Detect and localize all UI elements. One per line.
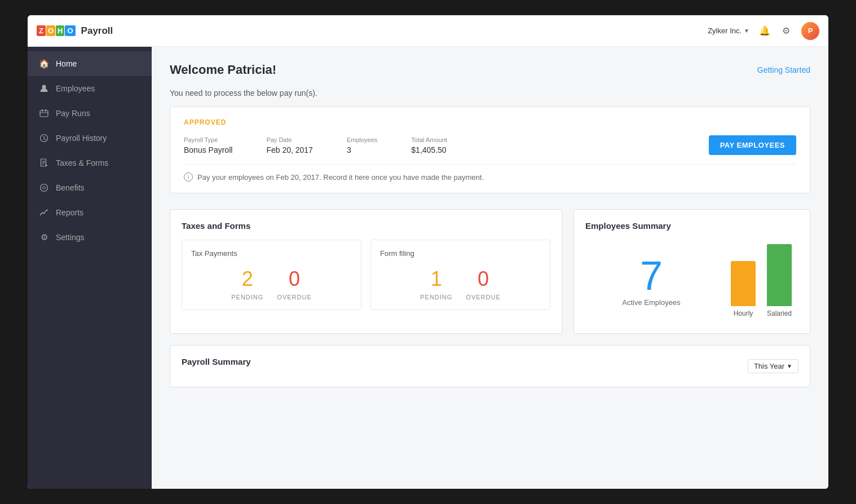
tax-overdue-number: 0 xyxy=(277,269,311,289)
tax-payments-section: Tax Payments 2 PENDING 0 OVERDUE xyxy=(182,240,361,310)
total-amount-value: $1,405.50 xyxy=(411,145,447,154)
sidebar-item-home[interactable]: 🏠 Home xyxy=(28,51,152,76)
form-filing-title: Form filing xyxy=(380,249,541,258)
sidebar-item-payruns[interactable]: Pay Runs xyxy=(28,101,152,126)
tax-pending-stat: 2 PENDING xyxy=(231,269,263,300)
year-selector[interactable]: This Year ▼ xyxy=(748,359,798,373)
settings-icon: ⚙ xyxy=(39,232,49,242)
chevron-down-icon: ▼ xyxy=(744,28,749,34)
approved-badge: APPROVED xyxy=(184,118,796,126)
form-overdue-label: OVERDUE xyxy=(466,294,500,300)
employees-icon xyxy=(39,83,49,94)
sidebar-item-employees[interactable]: Employees xyxy=(28,76,152,101)
employees-value: 3 xyxy=(347,145,377,154)
logo-area: Z O H O Payroll xyxy=(37,25,161,37)
reports-icon xyxy=(39,207,49,218)
sidebar-label-benefits: Benefits xyxy=(56,183,85,192)
sidebar-item-payroll-history[interactable]: Payroll History xyxy=(28,126,152,151)
employees-field: Employees 3 xyxy=(347,136,377,154)
chevron-down-icon: ▼ xyxy=(787,363,792,369)
payruns-icon xyxy=(39,108,49,118)
avatar[interactable]: P xyxy=(801,22,819,40)
salaried-bar-group: Salaried xyxy=(767,244,792,317)
notification-icon[interactable]: 🔔 xyxy=(758,25,771,37)
sidebar-item-settings[interactable]: ⚙ Settings xyxy=(28,225,152,250)
form-filing-section: Form filing 1 PENDING 0 OVERDUE xyxy=(370,240,550,310)
main-content: Welcome Patricia! Getting Started You ne… xyxy=(152,47,828,489)
sidebar-label-home: Home xyxy=(56,59,77,68)
pay-date-field: Pay Date Feb 20, 2017 xyxy=(266,136,313,154)
chart-section: Hourly Salaried xyxy=(731,244,798,317)
pay-employees-button[interactable]: PAY EMPLOYEES xyxy=(709,135,796,155)
app-name: Payroll xyxy=(81,25,113,37)
taxes-card: Taxes and Forms Tax Payments 2 PENDING xyxy=(170,209,562,334)
sidebar-label-payroll-history: Payroll History xyxy=(56,134,107,143)
form-overdue-stat: 0 OVERDUE xyxy=(466,269,500,300)
active-count: 7 xyxy=(640,255,663,296)
logo-h: H xyxy=(56,25,64,36)
salaried-label: Salaried xyxy=(767,310,792,317)
logo-o2: O xyxy=(65,25,75,36)
body: 🏠 Home Employees xyxy=(28,47,828,489)
taxes-forms-icon xyxy=(39,158,49,168)
sidebar: 🏠 Home Employees xyxy=(28,47,152,489)
logo-z: Z xyxy=(37,25,46,36)
hourly-bar-group: Hourly xyxy=(731,261,756,317)
active-count-section: 7 Active Employees xyxy=(585,255,717,307)
sidebar-item-reports[interactable]: Reports xyxy=(28,200,152,225)
payrun-details: Payroll Type Bonus Payroll Pay Date Feb … xyxy=(184,135,796,155)
header-right: Zylker Inc. ▼ 🔔 ⚙ P xyxy=(708,22,819,40)
taxes-grid: Tax Payments 2 PENDING 0 OVERDUE xyxy=(182,240,550,310)
gear-icon[interactable]: ⚙ xyxy=(780,25,792,37)
tax-numbers: 2 PENDING 0 OVERDUE xyxy=(191,269,352,300)
year-filter-label: This Year xyxy=(754,362,784,370)
svg-point-0 xyxy=(42,85,46,89)
page-title: Welcome Patricia! xyxy=(170,63,276,77)
form-pending-stat: 1 PENDING xyxy=(420,269,452,300)
subtitle: You need to process the below pay run(s)… xyxy=(170,89,810,98)
sidebar-label-payruns: Pay Runs xyxy=(56,109,90,118)
payroll-summary-title: Payroll Summary xyxy=(182,357,251,366)
employees-card: Employees Summary 7 Active Employees Hou… xyxy=(573,209,810,334)
payroll-history-icon xyxy=(39,133,49,143)
company-name: Zylker Inc. xyxy=(708,26,742,35)
active-label: Active Employees xyxy=(622,298,680,307)
sidebar-label-taxes-forms: Taxes & Forms xyxy=(56,158,108,167)
form-pending-label: PENDING xyxy=(420,294,452,300)
sidebar-label-employees: Employees xyxy=(56,84,95,93)
logo-o: O xyxy=(46,25,55,36)
info-icon: i xyxy=(184,173,193,182)
salaried-bar xyxy=(767,244,792,306)
svg-rect-1 xyxy=(40,110,48,117)
payrun-info-text: Pay your employees on Feb 20, 2017. Reco… xyxy=(197,173,484,182)
taxes-card-title: Taxes and Forms xyxy=(182,221,550,231)
tax-overdue-stat: 0 OVERDUE xyxy=(277,269,311,300)
tax-payments-title: Tax Payments xyxy=(191,249,352,258)
benefits-icon xyxy=(39,183,49,193)
payroll-summary-header: Payroll Summary This Year ▼ xyxy=(182,357,798,375)
pay-date-label: Pay Date xyxy=(266,136,313,143)
employees-label: Employees xyxy=(347,136,377,143)
logo: Z O H O xyxy=(37,25,76,36)
payrun-card: APPROVED Payroll Type Bonus Payroll Pay … xyxy=(170,107,810,193)
home-icon: 🏠 xyxy=(39,59,49,69)
payroll-type-label: Payroll Type xyxy=(184,136,232,143)
employees-summary: 7 Active Employees Hourly Sal xyxy=(585,240,798,322)
page-header: Welcome Patricia! Getting Started xyxy=(170,63,810,77)
payroll-type-field: Payroll Type Bonus Payroll xyxy=(184,136,232,154)
hourly-bar xyxy=(731,261,756,306)
getting-started-link[interactable]: Getting Started xyxy=(757,65,810,74)
sidebar-item-taxes-forms[interactable]: Taxes & Forms xyxy=(28,151,152,175)
payroll-type-value: Bonus Payroll xyxy=(184,145,232,154)
form-numbers: 1 PENDING 0 OVERDUE xyxy=(380,269,541,300)
sidebar-item-benefits[interactable]: Benefits xyxy=(28,175,152,200)
pay-date-value: Feb 20, 2017 xyxy=(266,145,313,154)
payrun-info: i Pay your employees on Feb 20, 2017. Re… xyxy=(184,164,796,182)
company-selector[interactable]: Zylker Inc. ▼ xyxy=(708,26,749,35)
total-amount-field: Total Amount $1,405.50 xyxy=(411,136,447,154)
payroll-summary-card: Payroll Summary This Year ▼ xyxy=(170,345,810,387)
employees-card-title: Employees Summary xyxy=(585,221,798,231)
form-overdue-number: 0 xyxy=(466,269,500,289)
dashboard-grid: Taxes and Forms Tax Payments 2 PENDING xyxy=(170,209,810,334)
sidebar-label-settings: Settings xyxy=(56,233,85,242)
